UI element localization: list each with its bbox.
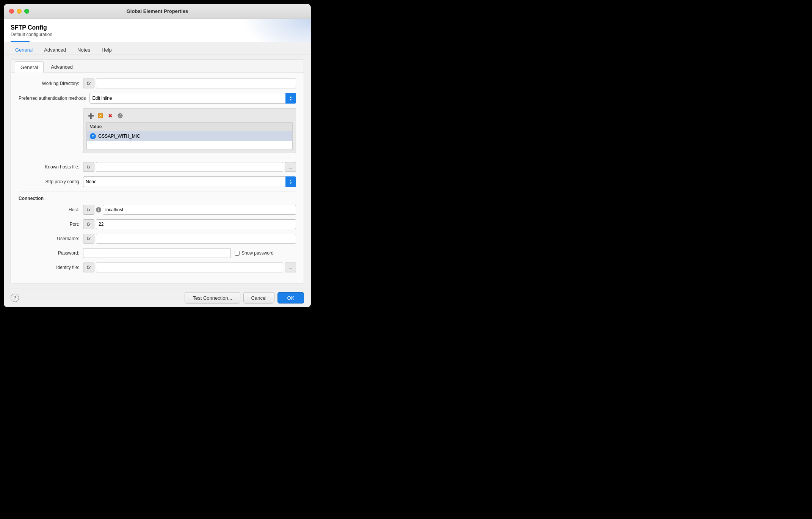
known-hosts-label: Known hosts file: xyxy=(19,164,83,170)
host-info-icon: i xyxy=(96,207,101,212)
auth-table-row[interactable]: C GSSAPI_WITH_MIC xyxy=(87,131,292,141)
show-password-wrapper: Show password xyxy=(235,250,274,256)
bottom-right: Test Connection... Cancel OK xyxy=(185,292,304,304)
sftp-proxy-row: Sftp proxy config None xyxy=(19,176,296,187)
svg-point-1 xyxy=(118,113,122,118)
username-input-group: fx xyxy=(83,234,296,244)
form-content: Working Directory: fx Preferred authenti… xyxy=(11,72,304,283)
inner-tab-advanced[interactable]: Advanced xyxy=(45,61,78,72)
fx-icon-3: fx xyxy=(87,207,90,212)
port-input-group: fx xyxy=(83,219,296,229)
password-row: Password: Show password xyxy=(19,248,296,258)
working-directory-input[interactable] xyxy=(96,79,296,88)
known-hosts-row: Known hosts file: fx ... xyxy=(19,162,296,172)
working-directory-row: Working Directory: fx xyxy=(19,79,296,88)
show-password-label: Show password xyxy=(241,250,274,256)
identity-file-browse-button[interactable]: ... xyxy=(285,263,296,272)
port-input[interactable] xyxy=(96,219,296,229)
preferred-auth-label: Preferred authentication methods xyxy=(19,96,89,101)
dialog-window: Global Element Properties SFTP Config De… xyxy=(4,4,311,307)
blue-underline xyxy=(11,41,30,42)
fx-icon: fx xyxy=(87,81,90,86)
auth-table-header: Value xyxy=(87,123,292,131)
host-label: Host: xyxy=(19,207,83,212)
fx-icon-5: fx xyxy=(87,236,90,241)
window-title: Global Element Properties xyxy=(127,8,188,14)
working-directory-label: Working Directory: xyxy=(19,81,83,86)
connection-header: Connection xyxy=(19,196,296,201)
traffic-lights xyxy=(9,9,29,14)
bottom-bar: ? Test Connection... Cancel OK xyxy=(4,288,311,307)
password-input[interactable] xyxy=(83,248,231,258)
host-row: Host: fx i xyxy=(19,205,296,215)
known-hosts-input[interactable] xyxy=(96,162,283,172)
identity-file-row: Identity file: fx ... xyxy=(19,263,296,272)
app-title: SFTP Config xyxy=(11,24,304,31)
port-row: Port: fx xyxy=(19,219,296,229)
header-area: SFTP Config Default configuration xyxy=(4,19,311,42)
test-connection-button[interactable]: Test Connection... xyxy=(185,292,240,304)
identity-file-input[interactable] xyxy=(96,263,283,272)
fx-icon-2: fx xyxy=(87,164,90,170)
tab-general[interactable]: General xyxy=(11,45,37,55)
sftp-proxy-label: Sftp proxy config xyxy=(19,179,83,184)
svg-point-3 xyxy=(119,116,120,117)
close-button[interactable] xyxy=(9,9,14,14)
preferred-auth-select[interactable]: Edit inline xyxy=(89,93,296,104)
preferred-auth-select-wrapper: Edit inline xyxy=(89,93,296,104)
auth-table: Value C GSSAPI_WITH_MIC xyxy=(86,122,293,150)
help-icon: ? xyxy=(14,295,16,300)
auth-toolbar: ➕ ✖ xyxy=(86,112,293,120)
identity-file-input-group: fx ... xyxy=(83,263,296,272)
preferred-auth-row: Preferred authentication methods Edit in… xyxy=(19,93,296,104)
port-fx-button[interactable]: fx xyxy=(83,219,94,229)
svg-point-4 xyxy=(121,116,122,117)
auth-icon: C xyxy=(90,133,96,139)
host-input[interactable] xyxy=(103,205,296,215)
bottom-left: ? xyxy=(11,294,19,302)
titlebar: Global Element Properties xyxy=(4,4,311,19)
working-directory-input-group: fx xyxy=(83,79,296,88)
known-hosts-input-group: fx ... xyxy=(83,162,296,172)
minimize-button[interactable] xyxy=(17,9,22,14)
help-button[interactable]: ? xyxy=(11,294,19,302)
username-fx-button[interactable]: fx xyxy=(83,234,94,244)
auth-table-empty-row xyxy=(87,141,292,149)
cancel-button[interactable]: Cancel xyxy=(243,292,274,304)
divider-2 xyxy=(19,192,296,192)
auth-add-button[interactable]: ➕ xyxy=(86,112,95,120)
auth-tools-button[interactable] xyxy=(116,112,124,120)
fx-icon-6: fx xyxy=(87,265,90,270)
host-fx-button[interactable]: fx xyxy=(83,205,94,215)
username-input[interactable] xyxy=(96,234,296,244)
inner-panel: General Advanced Working Directory: fx xyxy=(11,60,304,283)
ok-button[interactable]: OK xyxy=(277,292,304,304)
password-label: Password: xyxy=(19,250,83,256)
auth-delete-button[interactable]: ✖ xyxy=(106,112,114,120)
maximize-button[interactable] xyxy=(24,9,29,14)
sftp-proxy-select-wrapper: None xyxy=(83,176,296,187)
auth-methods-row: ➕ ✖ xyxy=(19,108,296,153)
fx-icon-4: fx xyxy=(87,222,90,227)
inner-tabs: General Advanced xyxy=(11,60,304,72)
port-label: Port: xyxy=(19,222,83,227)
divider-1 xyxy=(19,158,296,158)
sftp-proxy-select[interactable]: None xyxy=(83,176,296,187)
host-input-group: fx i xyxy=(83,205,296,215)
username-row: Username: fx xyxy=(19,234,296,244)
auth-row-value: GSSAPI_WITH_MIC xyxy=(98,134,140,139)
identity-file-label: Identity file: xyxy=(19,265,83,270)
inner-tab-general[interactable]: General xyxy=(15,61,44,72)
known-hosts-fx-button[interactable]: fx xyxy=(83,162,94,172)
known-hosts-browse-button[interactable]: ... xyxy=(285,162,296,172)
working-directory-fx-button[interactable]: fx xyxy=(83,79,94,88)
content-area: General Advanced Working Directory: fx xyxy=(4,55,311,288)
username-label: Username: xyxy=(19,236,83,241)
tab-help[interactable]: Help xyxy=(97,45,116,55)
identity-file-fx-button[interactable]: fx xyxy=(83,263,94,272)
auth-area: ➕ ✖ xyxy=(83,108,296,153)
tab-advanced[interactable]: Advanced xyxy=(39,45,71,55)
show-password-checkbox[interactable] xyxy=(235,251,240,256)
tab-notes[interactable]: Notes xyxy=(73,45,95,55)
auth-edit-button[interactable] xyxy=(96,112,105,120)
